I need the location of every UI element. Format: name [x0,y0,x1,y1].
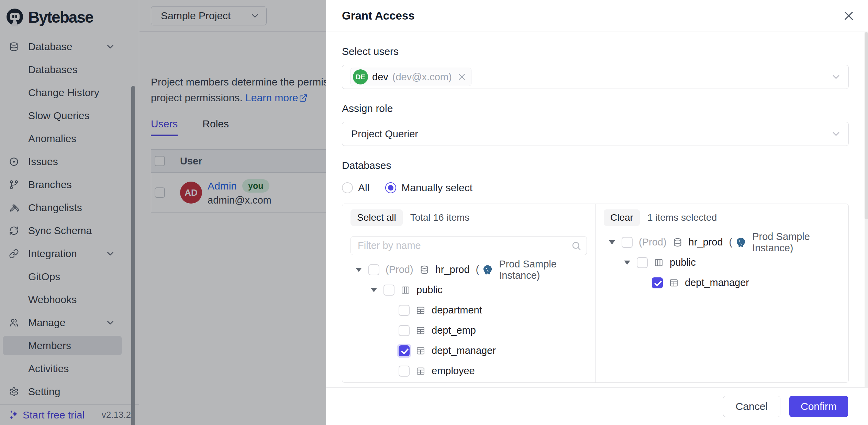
remove-user-button[interactable] [457,72,466,81]
checkbox[interactable] [383,285,394,296]
modal-header: Grant Access [326,0,868,32]
assign-role-label: Assign role [342,103,849,114]
database-icon [420,265,429,275]
search-icon [571,241,581,251]
bytebase-app: Bytebase Database Databases Change Histo… [0,0,868,425]
modal-scrollbar[interactable] [865,32,868,387]
checkbox-checked[interactable] [652,277,663,288]
close-icon [843,10,855,22]
tree-row-table[interactable]: employee [350,361,587,381]
caret-down-icon[interactable] [370,288,377,292]
radio-circle [342,182,353,193]
grant-access-modal: Grant Access Select users DE dev (dev@x.… [326,0,868,425]
role-value: Project Querier [351,128,418,140]
modal-body: Select users DE dev (dev@x.com) Assign r… [326,32,868,387]
total-count-label: Total 16 items [410,212,470,223]
transfer-selected-pane: Clear 1 items selected (Prod) hr_prod ( [595,204,848,382]
tree-row-schema[interactable]: public [350,280,587,300]
table-icon [669,278,679,288]
transfer-source-pane: Select all Total 16 items (Prod) [342,204,595,382]
caret-down-icon[interactable] [624,261,631,265]
checkbox-checked[interactable] [399,345,410,356]
database-transfer-panel: Select all Total 16 items (Prod) [342,204,849,383]
tree-row-database[interactable]: (Prod) hr_prod ( Prod Sample Instance) [604,232,840,252]
radio-manually-select[interactable]: Manually select [385,182,472,194]
checkbox[interactable] [622,237,633,248]
filter-input[interactable] [350,236,587,255]
postgresql-icon [482,265,493,275]
selected-tree: (Prod) hr_prod ( Prod Sample Instance) p… [604,232,840,293]
chevron-down-icon [831,128,842,139]
cancel-button[interactable]: Cancel [723,396,780,417]
checkbox[interactable] [399,366,410,377]
filter-field [350,236,587,255]
checkbox[interactable] [637,257,648,268]
checkbox[interactable] [368,264,379,275]
databases-label: Databases [342,160,849,171]
tree-row-table[interactable]: department [350,300,587,320]
table-icon [416,346,425,356]
radio-circle-checked [385,182,396,193]
chevron-down-icon [831,71,842,82]
database-scope-radios: All Manually select [342,180,849,195]
modal-title: Grant Access [342,9,415,22]
users-multiselect[interactable]: DE dev (dev@x.com) [342,65,849,89]
selected-user-chip: DE dev (dev@x.com) [350,68,471,86]
confirm-button[interactable]: Confirm [789,396,848,417]
source-tree: (Prod) hr_prod ( Prod Sample Instance) p… [350,260,587,381]
radio-all[interactable]: All [342,182,369,194]
tree-row-schema[interactable]: public [604,252,840,273]
checkbox[interactable] [399,305,410,316]
table-icon [416,306,425,315]
database-icon [673,238,682,247]
close-button[interactable] [841,8,856,23]
caret-down-icon[interactable] [609,240,615,244]
select-all-button[interactable]: Select all [350,209,403,226]
tree-row-table[interactable]: dept_emp [350,320,587,341]
selected-count-label: 1 items selected [647,212,717,223]
caret-down-icon[interactable] [355,268,362,272]
tree-row-table[interactable]: dept_manager [604,273,840,293]
tree-row-table[interactable]: dept_manager [350,341,587,361]
tree-row-database[interactable]: (Prod) hr_prod ( Prod Sample Instance) [350,260,587,280]
schema-icon [401,285,410,295]
table-icon [416,326,425,335]
checkbox[interactable] [399,325,410,336]
clear-button[interactable]: Clear [604,209,640,226]
select-users-label: Select users [342,46,849,57]
modal-footer: Cancel Confirm [326,387,868,425]
avatar: DE [353,69,368,84]
schema-icon [654,258,664,267]
modal-scrollbar-thumb[interactable] [865,32,868,219]
postgresql-icon [736,237,746,248]
close-icon [457,72,466,81]
role-select[interactable]: Project Querier [342,122,849,146]
table-icon [416,366,425,376]
